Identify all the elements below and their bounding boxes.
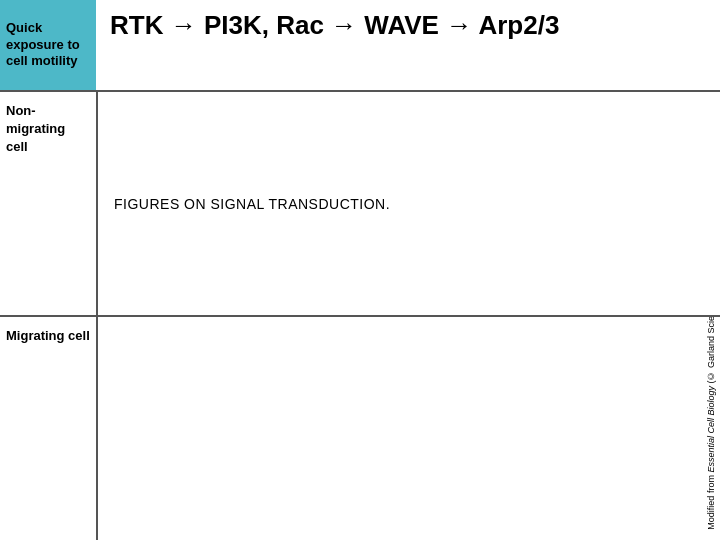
sidebar-label-bottom: Migrating cell xyxy=(0,317,96,540)
heading-area: RTK → PI3K, Rac → WAVE → Arp2/3 xyxy=(96,0,720,51)
sidebar: Non-migrating cell Migrating cell xyxy=(0,92,96,540)
panel-top: FIGURES ON SIGNAL TRANSDUCTION. xyxy=(98,92,720,317)
title-block: Quick exposure to cell motility xyxy=(0,0,96,90)
non-migrating-label: Non-migrating cell xyxy=(6,102,90,157)
migrating-label: Migrating cell xyxy=(6,327,90,345)
heading-step4: Arp2/3 xyxy=(478,10,559,40)
sidebar-label-top: Non-migrating cell xyxy=(0,92,96,317)
heading-step2: PI3K, Rac xyxy=(204,10,324,40)
panel-top-label: FIGURES ON SIGNAL TRANSDUCTION. xyxy=(114,196,390,212)
sidebar-title: Quick exposure to cell motility xyxy=(6,20,90,71)
heading-step3: WAVE xyxy=(364,10,439,40)
heading-arrow2: → xyxy=(331,10,364,40)
attribution-rotated: Modified from Essential Cell Biology (© … xyxy=(706,317,718,530)
panel-bottom: Modified from Essential Cell Biology (© … xyxy=(98,317,720,540)
main-panels: FIGURES ON SIGNAL TRANSDUCTION. Modified… xyxy=(96,92,720,540)
main-heading: RTK → PI3K, Rac → WAVE → Arp2/3 xyxy=(110,10,559,41)
page-container: Quick exposure to cell motility RTK → PI… xyxy=(0,0,720,540)
content-area: Non-migrating cell Migrating cell FIGURE… xyxy=(0,90,720,540)
heading-arrow3: → xyxy=(446,10,478,40)
heading-rtk: RTK xyxy=(110,10,163,40)
attribution-area: Modified from Essential Cell Biology (© … xyxy=(700,317,720,540)
header-row: Quick exposure to cell motility RTK → PI… xyxy=(0,0,720,90)
heading-arrow1: → xyxy=(171,10,204,40)
